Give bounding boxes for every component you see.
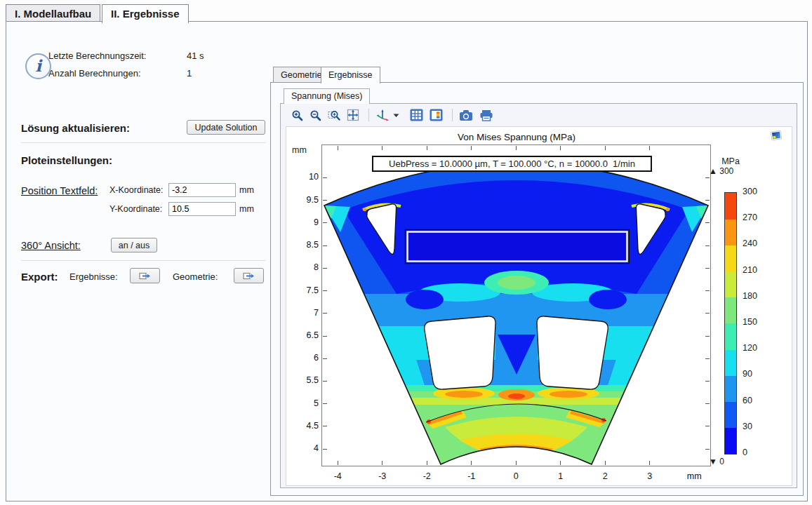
x-coordinate-label: X-Koordinate: [109, 185, 163, 195]
view-360-toggle-button[interactable]: an / aus [111, 238, 157, 252]
y-tick [323, 200, 327, 201]
view-360-label: 360° Ansicht: [21, 240, 81, 251]
tab-modellaufbau[interactable]: I. Modellaufbau [6, 4, 100, 22]
y-tick [323, 177, 327, 178]
magnet-region [408, 232, 627, 262]
y-tick [705, 222, 710, 223]
computation-count-value: 1 [187, 68, 192, 79]
y-tick [705, 336, 710, 337]
y-tick [323, 381, 327, 382]
y-tick [323, 290, 327, 291]
export-geometry-label: Geometrie: [173, 271, 218, 282]
x-tick-label: 0 [502, 471, 530, 481]
y-tick-label: 5 [288, 398, 319, 408]
plot-settings-heading: Ploteinstellungen: [21, 154, 112, 166]
y-coordinate-input[interactable] [168, 202, 236, 216]
y-tick-label: 9 [288, 217, 319, 227]
zoom-extents-icon[interactable] [347, 108, 359, 122]
colorbar-band [725, 219, 736, 245]
x-tick-label: -4 [324, 471, 352, 481]
zoom-in-icon[interactable] [291, 108, 303, 122]
x-tick [382, 146, 382, 150]
x-tick [427, 461, 427, 465]
parameter-annotation: UebPress = 10.0000 µm, T = 100.000 °C, n… [372, 156, 652, 172]
y-tick [705, 200, 710, 201]
y-tick [705, 403, 710, 404]
view-orientation-icon[interactable] [375, 108, 390, 122]
y-tick [705, 245, 710, 246]
export-heading: Export: [21, 271, 58, 283]
colorbar-tick-label: 150 [743, 317, 757, 327]
colorbar-tick-label: 270 [743, 213, 757, 222]
axes-frame [321, 144, 711, 466]
y-coordinate-label: Y-Koordinate: [109, 204, 162, 214]
colorbar-band [725, 323, 736, 350]
y-tick [323, 222, 327, 223]
x-tick [338, 461, 338, 465]
colorbar-band [725, 428, 736, 454]
x-unit-label: mm [239, 185, 254, 195]
y-tick-label: 5.5 [288, 375, 319, 385]
x-tick [338, 146, 338, 150]
y-tick-label: 7.5 [288, 285, 319, 295]
x-tick [605, 146, 606, 150]
x-tick [649, 146, 650, 150]
y-axis-unit-label: mm [292, 145, 307, 155]
x-coordinate-input[interactable] [168, 183, 236, 197]
image-snapshot-icon[interactable] [459, 108, 473, 122]
plot-canvas[interactable]: Von Mises Spannung (MPa) mm [286, 126, 792, 486]
flux-barrier-hole-right [537, 316, 608, 389]
color-legend-toggle-icon[interactable] [430, 108, 443, 122]
plot-window-icon[interactable] [769, 128, 783, 145]
y-tick-label: 6.5 [288, 330, 319, 340]
print-icon[interactable] [479, 108, 493, 122]
y-tick-label: 4 [288, 443, 319, 453]
view-orientation-dropdown-icon[interactable] [393, 108, 399, 122]
x-tick-label: 2 [591, 471, 619, 481]
last-computation-label: Letzte Berechnungszeit: [48, 50, 146, 61]
x-tick-label: -3 [368, 471, 397, 481]
colorbar-band [725, 375, 736, 402]
y-unit-label: mm [239, 204, 254, 214]
colorbar-tick-label: 180 [743, 291, 757, 301]
x-tick [471, 461, 472, 465]
colorbar [724, 192, 737, 454]
colorbar-tick-label: 300 [743, 187, 757, 196]
y-tick-label: 10 [288, 172, 319, 182]
x-tick [516, 146, 517, 150]
export-geometry-button[interactable] [234, 268, 264, 283]
stress-contour-plot [322, 145, 710, 466]
x-axis-unit-label: mm [680, 471, 708, 481]
x-tick-label: -1 [458, 471, 486, 481]
results-graphics-panel: Spannung (Mises) [270, 82, 804, 496]
tab-ergebnisse-plot[interactable]: Ergebnisse [321, 67, 380, 83]
y-tick [705, 290, 710, 291]
zoom-out-icon[interactable] [310, 108, 321, 122]
colorbar-unit-label: MPa [713, 156, 748, 166]
divider [21, 142, 266, 143]
export-icon [139, 271, 151, 281]
colorbar-tick-label: 30 [743, 422, 752, 431]
x-tick [516, 461, 517, 465]
y-tick-label: 8 [288, 262, 319, 272]
x-tick-label: 3 [636, 471, 664, 481]
x-tick [471, 146, 472, 150]
colorbar-tick-label: 60 [743, 396, 752, 405]
zoom-box-icon[interactable] [328, 108, 340, 122]
tab-ergebnisse[interactable]: II. Ergebnisse [102, 4, 189, 23]
update-solution-button[interactable]: Update Solution [187, 120, 265, 135]
tab-spannung-mises[interactable]: Spannung (Mises) [284, 88, 370, 104]
x-tick-label: -2 [413, 471, 441, 481]
plot-panel: Von Mises Spannung (MPa) mm [280, 103, 797, 488]
plot-toolbar [281, 105, 796, 126]
y-tick-label: 8.5 [288, 240, 319, 250]
y-tick-label: 6 [288, 353, 319, 363]
divider [21, 260, 266, 261]
x-tick [560, 146, 561, 150]
computation-count-label: Anzahl Berechnungen: [48, 68, 141, 79]
x-tick [560, 461, 561, 465]
grid-toggle-icon[interactable] [410, 108, 423, 122]
export-results-button[interactable] [130, 268, 160, 283]
plot-title: Von Mises Spannung (MPa) [376, 132, 657, 142]
colorbar-band [725, 271, 736, 298]
